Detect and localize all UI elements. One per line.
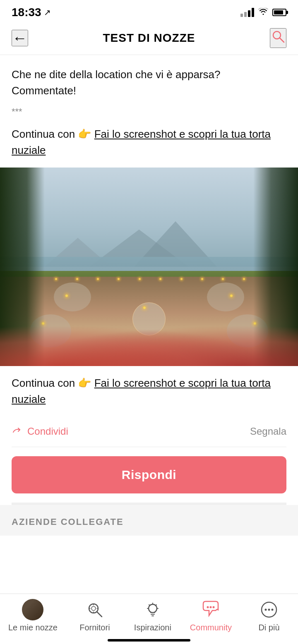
svg-point-17 xyxy=(213,606,215,608)
nav-label-inspirations: Ispirazioni xyxy=(134,623,171,632)
nav-item-my-wedding[interactable]: Le mie nozze xyxy=(8,599,58,632)
bottom-nav: Le mie nozze Fornitori xyxy=(0,594,298,644)
nav-icon-my-wedding xyxy=(22,599,43,620)
table-top-left xyxy=(54,282,91,311)
nav-icon-community xyxy=(200,599,221,620)
continue-text-bottom: Continua con 👉 Fai lo screenshot e scopr… xyxy=(12,375,286,407)
nav-icon-vendors xyxy=(84,599,106,620)
svg-point-19 xyxy=(264,609,267,611)
signal-icon xyxy=(240,8,254,17)
page-title: TEST DI NOZZE xyxy=(103,31,195,45)
nav-icon-inspirations xyxy=(142,599,163,620)
wedding-image-section xyxy=(0,168,298,366)
battery-icon xyxy=(272,9,286,16)
nav-icon-more xyxy=(258,599,280,620)
nav-label-more: Di più xyxy=(258,623,279,632)
status-bar: 18:33 ↗ xyxy=(0,0,298,23)
description-text: Che ne dite della location che vi è appa… xyxy=(12,67,286,99)
flowers xyxy=(0,322,298,366)
nav-item-inspirations[interactable]: Ispirazioni xyxy=(132,599,173,632)
reply-section: Rispondi xyxy=(12,447,286,505)
report-button[interactable]: Segnala xyxy=(250,426,286,437)
nav-label-my-wedding: Le mie nozze xyxy=(8,623,58,632)
svg-line-3 xyxy=(97,612,102,617)
pointing-emoji-2: 👉 xyxy=(78,377,94,389)
location-icon: ↗ xyxy=(44,7,51,17)
reply-button[interactable]: Rispondi xyxy=(12,456,286,493)
status-time: 18:33 xyxy=(12,6,41,19)
nav-item-vendors[interactable]: Fornitori xyxy=(74,599,115,632)
svg-point-15 xyxy=(207,606,209,608)
svg-line-14 xyxy=(149,605,150,606)
svg-line-1 xyxy=(280,38,284,42)
main-content: Che ne dite della location che vi è appa… xyxy=(0,55,298,505)
share-label: Condividi xyxy=(27,426,68,437)
related-title: AZIENDE COLLEGATE xyxy=(0,517,298,536)
avatar-icon xyxy=(22,599,43,620)
header: ← TEST DI NOZZE xyxy=(0,23,298,55)
wedding-image xyxy=(0,168,298,366)
svg-point-4 xyxy=(91,606,96,610)
string-lights xyxy=(45,279,253,280)
pointing-emoji: 👉 xyxy=(78,128,94,140)
svg-point-16 xyxy=(210,606,212,608)
related-section: AZIENDE COLLEGATE xyxy=(0,505,298,536)
divider-stars: *** xyxy=(12,106,286,117)
back-button[interactable]: ← xyxy=(12,30,28,46)
nav-item-community[interactable]: Community xyxy=(190,599,232,632)
nav-label-vendors: Fornitori xyxy=(79,623,110,632)
nav-label-community: Community xyxy=(190,623,232,632)
post-actions: Condividi Segnala xyxy=(12,417,286,447)
wifi-icon xyxy=(258,8,268,17)
share-button[interactable]: Condividi xyxy=(12,424,68,438)
home-indicator xyxy=(108,639,190,642)
svg-point-21 xyxy=(271,609,273,611)
nav-item-more[interactable]: Di più xyxy=(248,599,290,632)
svg-point-20 xyxy=(268,609,270,611)
search-button[interactable] xyxy=(270,28,286,48)
continue-text-top: Continua con 👉 Fai lo screenshot e scopr… xyxy=(12,126,286,158)
share-icon xyxy=(12,424,23,438)
status-icons xyxy=(240,8,286,17)
svg-line-13 xyxy=(156,605,156,606)
